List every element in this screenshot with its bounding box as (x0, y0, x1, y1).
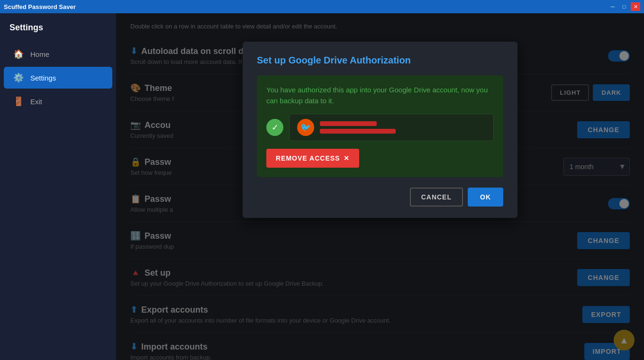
user-email-redacted (320, 129, 396, 134)
cancel-button[interactable]: CANCEL (410, 188, 463, 207)
exit-icon: 🚪 (13, 96, 24, 107)
ok-button[interactable]: OK (468, 188, 503, 207)
overlay: Set up Google Drive Authorization You ha… (116, 13, 644, 360)
user-avatar-icon: 🐦 (300, 122, 311, 133)
auth-check-row: ✓ 🐦 (266, 114, 494, 141)
sidebar-app-title: Settings (0, 17, 116, 42)
dialog-footer: CANCEL OK (257, 188, 503, 207)
dialog-body: You have authorized this app into your G… (257, 75, 503, 177)
content-area: Double click on a row in account table t… (116, 13, 644, 360)
sidebar-item-exit[interactable]: 🚪 Exit (4, 90, 112, 112)
user-card: 🐦 (289, 114, 494, 141)
window-controls: ─ □ ✕ (608, 2, 640, 11)
app-title: Scuffed Password Saver (4, 3, 76, 10)
minimize-button[interactable]: ─ (608, 2, 617, 11)
dialog-title: Set up Google Drive Authorization (257, 55, 503, 66)
user-name-redacted (320, 121, 377, 126)
auth-success-text: You have authorized this app into your G… (266, 85, 494, 106)
close-button[interactable]: ✕ (631, 2, 640, 11)
user-avatar: 🐦 (297, 119, 314, 136)
maximize-button[interactable]: □ (619, 2, 629, 11)
home-icon: 🏠 (13, 49, 24, 59)
app-body: Settings 🏠 Home ⚙️ Settings 🚪 Exit Doubl… (0, 13, 644, 360)
remove-access-button[interactable]: REMOVE ACCESS ✕ (266, 149, 359, 168)
check-icon: ✓ (266, 119, 283, 136)
sidebar-item-home[interactable]: 🏠 Home (4, 43, 112, 65)
settings-icon: ⚙️ (13, 72, 24, 83)
title-bar: Scuffed Password Saver ─ □ ✕ (0, 0, 644, 13)
sidebar: Settings 🏠 Home ⚙️ Settings 🚪 Exit (0, 13, 116, 360)
sidebar-exit-label: Exit (30, 98, 42, 106)
user-info (320, 121, 486, 134)
sidebar-settings-label: Settings (30, 74, 56, 82)
remove-access-label: REMOVE ACCESS (276, 154, 340, 162)
sidebar-home-label: Home (30, 50, 49, 58)
remove-access-icon: ✕ (344, 154, 350, 162)
sidebar-item-settings[interactable]: ⚙️ Settings (4, 67, 112, 89)
google-auth-dialog: Set up Google Drive Authorization You ha… (243, 42, 517, 218)
